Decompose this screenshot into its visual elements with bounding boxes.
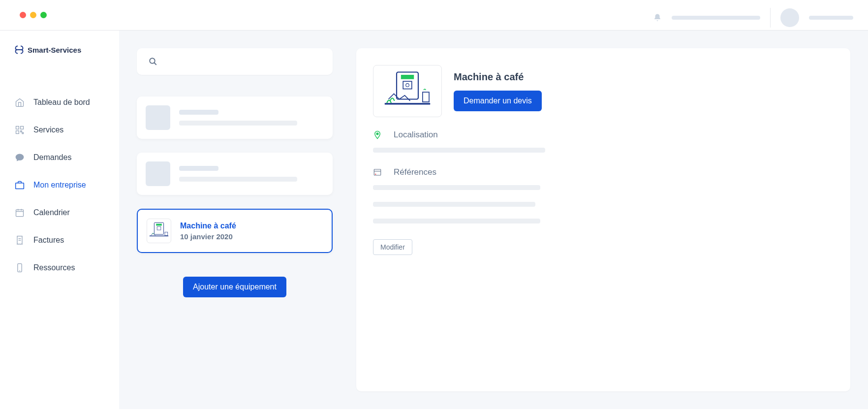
home-icon bbox=[15, 97, 25, 107]
window-icon bbox=[373, 168, 382, 177]
svg-rect-11 bbox=[150, 236, 168, 236]
main-content: Machine à café 10 janvier 2020 Ajouter u… bbox=[119, 31, 868, 409]
qr-icon bbox=[15, 125, 25, 135]
calendar-icon bbox=[15, 208, 25, 218]
location-label: Localisation bbox=[394, 130, 438, 140]
svg-rect-17 bbox=[385, 103, 430, 104]
sidebar-item-label: Factures bbox=[33, 236, 64, 245]
sidebar-item-label: Demandes bbox=[33, 153, 71, 162]
sidebar-item-dashboard[interactable]: Tableau de bord bbox=[0, 89, 119, 116]
svg-rect-0 bbox=[16, 127, 19, 129]
svg-rect-10 bbox=[165, 232, 168, 235]
search-icon bbox=[149, 57, 157, 66]
svg-point-18 bbox=[376, 133, 378, 135]
svg-point-6 bbox=[150, 58, 155, 64]
sidebar-item-demandes[interactable]: Demandes bbox=[0, 144, 119, 171]
svg-rect-2 bbox=[16, 131, 19, 134]
svg-rect-9 bbox=[157, 226, 161, 230]
username-placeholder bbox=[809, 16, 853, 20]
thumbnail-coffee bbox=[147, 219, 171, 243]
sidebar-item-ressources[interactable]: Ressources bbox=[0, 254, 119, 282]
sidebar-item-services[interactable]: Services bbox=[0, 116, 119, 144]
svg-rect-1 bbox=[21, 127, 24, 129]
window-maximize-dot[interactable] bbox=[40, 12, 47, 18]
brand-logo[interactable]: Smart-Services bbox=[0, 45, 119, 69]
sidebar-item-label: Mon entreprise bbox=[33, 181, 86, 190]
coffee-machine-icon bbox=[147, 219, 171, 243]
equipment-date: 10 janvier 2020 bbox=[180, 232, 323, 241]
svg-point-15 bbox=[406, 84, 409, 87]
sidebar-item-label: Calendrier bbox=[33, 208, 70, 217]
pin-icon bbox=[373, 130, 382, 139]
phone-icon bbox=[15, 263, 25, 273]
skeleton-line bbox=[373, 202, 535, 207]
skeleton-line bbox=[179, 110, 218, 115]
search-input[interactable] bbox=[137, 48, 333, 75]
topbar bbox=[638, 0, 868, 35]
skeleton-line bbox=[179, 121, 297, 126]
equipment-title: Machine à café bbox=[180, 222, 323, 230]
skeleton-line bbox=[373, 148, 545, 153]
sidebar: Smart-Services Tableau de bord Services bbox=[0, 31, 119, 409]
detail-title: Machine à café bbox=[454, 71, 542, 83]
sidebar-item-label: Tableau de bord bbox=[33, 98, 90, 107]
equipment-card-selected[interactable]: Machine à café 10 janvier 2020 bbox=[137, 209, 333, 253]
window-close-dot[interactable] bbox=[20, 12, 26, 18]
detail-image bbox=[373, 65, 442, 117]
brand-text: Smart-Services bbox=[28, 46, 81, 54]
sidebar-item-factures[interactable]: Factures bbox=[0, 226, 119, 254]
equipment-card-skeleton[interactable] bbox=[137, 96, 333, 139]
sidebar-item-label: Ressources bbox=[33, 263, 75, 272]
equipment-detail-panel: Machine à café Demander un devis Localis… bbox=[356, 48, 850, 391]
svg-rect-3 bbox=[16, 183, 24, 189]
request-quote-button[interactable]: Demander un devis bbox=[454, 91, 542, 111]
sidebar-item-mon-entreprise[interactable]: Mon entreprise bbox=[0, 171, 119, 199]
references-label: Références bbox=[394, 167, 436, 177]
thumbnail-placeholder bbox=[146, 105, 170, 130]
skeleton-line bbox=[179, 166, 218, 171]
skeleton-line bbox=[373, 185, 540, 190]
equipment-list-panel: Machine à café 10 janvier 2020 Ajouter u… bbox=[137, 48, 333, 391]
avatar[interactable] bbox=[780, 8, 799, 27]
chat-icon bbox=[15, 153, 25, 162]
skeleton-line bbox=[373, 219, 540, 223]
briefcase-icon bbox=[15, 180, 25, 190]
svg-rect-14 bbox=[403, 81, 412, 89]
equipment-card-skeleton[interactable] bbox=[137, 153, 333, 195]
sidebar-nav: Tableau de bord Services Demandes Mon en… bbox=[0, 69, 119, 282]
svg-rect-8 bbox=[156, 224, 162, 226]
sidebar-item-calendrier[interactable]: Calendrier bbox=[0, 199, 119, 226]
skeleton-line bbox=[179, 177, 297, 182]
bell-icon[interactable] bbox=[653, 13, 662, 22]
brand-icon bbox=[15, 45, 24, 54]
add-equipment-button[interactable]: Ajouter une équipement bbox=[183, 277, 286, 297]
receipt-icon bbox=[15, 235, 25, 245]
edit-button[interactable]: Modifier bbox=[373, 239, 412, 255]
coffee-machine-icon bbox=[377, 69, 437, 113]
notification-placeholder bbox=[672, 16, 760, 20]
svg-rect-13 bbox=[401, 75, 414, 79]
svg-point-20 bbox=[375, 174, 376, 175]
thumbnail-placeholder bbox=[146, 161, 170, 186]
sidebar-item-label: Services bbox=[33, 126, 63, 134]
svg-rect-16 bbox=[423, 92, 429, 102]
window-minimize-dot[interactable] bbox=[30, 12, 36, 18]
svg-rect-4 bbox=[16, 210, 24, 216]
separator bbox=[770, 8, 771, 28]
